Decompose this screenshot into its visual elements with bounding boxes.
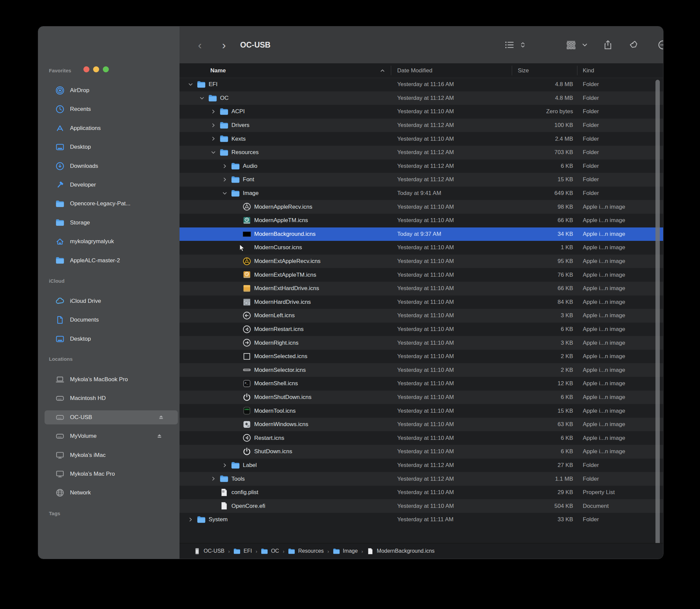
file-row[interactable]: ModernCursor.icnsYesterday at 11:10 AM1 …: [179, 241, 663, 255]
file-row[interactable]: ModernWindows.icnsYesterday at 11:10 AM6…: [179, 418, 663, 432]
file-row[interactable]: EFIYesterday at 11:16 AM4.8 MBFolder: [179, 78, 663, 91]
file-row[interactable]: ModernExtHardDrive.icnsYesterday at 11:1…: [179, 282, 663, 295]
tag-icon[interactable]: [628, 27, 640, 63]
file-row[interactable]: ResourcesYesterday at 11:12 AM703 KBFold…: [179, 146, 663, 159]
file-row[interactable]: OpenCore.efiYesterday at 11:10 AM504 KBD…: [179, 499, 663, 513]
sidebar-item-desktop[interactable]: Desktop: [43, 140, 176, 154]
path-segment[interactable]: ModernBackground.icns: [367, 548, 435, 555]
sidebar-item-airdrop[interactable]: AirDrop: [43, 83, 176, 98]
file-row[interactable]: LabelYesterday at 11:12 AM27 KBFolder: [179, 458, 663, 472]
svg-text:>_: >_: [245, 381, 248, 385]
vertical-scrollbar[interactable]: [655, 80, 660, 548]
file-row[interactable]: OCYesterday at 11:12 AM4.8 MBFolder: [179, 91, 663, 105]
file-row[interactable]: >_ModernShell.icnsYesterday at 11:10 AM1…: [179, 377, 663, 390]
sidebar-item-applications[interactable]: Applications: [43, 121, 176, 135]
file-row[interactable]: Restart.icnsYesterday at 11:10 AM6 KBApp…: [179, 431, 663, 445]
column-header-name[interactable]: Name: [210, 63, 226, 78]
back-button[interactable]: ‹: [198, 27, 202, 63]
path-segment[interactable]: OC: [261, 548, 279, 555]
file-row[interactable]: ShutDown.icnsYesterday at 11:10 AM6 KBAp…: [179, 445, 663, 458]
sidebar-item-mykola-s-macbook-pro[interactable]: Mykola’s MacBook Pro: [43, 372, 176, 386]
sidebar-item-opencore-legacy-pat-[interactable]: Opencore-Legacy-Pat...: [43, 197, 176, 211]
file-row[interactable]: ModernAppleTM.icnsYesterday at 11:10 AM6…: [179, 214, 663, 227]
sidebar-item-mykola-s-mac-pro[interactable]: Mykola’s Mac Pro: [43, 467, 176, 481]
file-row[interactable]: ModernRestart.icnsYesterday at 11:10 AM6…: [179, 323, 663, 336]
file-row[interactable]: ImageToday at 9:41 AM649 KBFolder: [179, 187, 663, 200]
sidebar-item-oc-usb[interactable]: OC-USB: [45, 410, 178, 424]
forward-button[interactable]: ›: [222, 27, 226, 63]
file-row[interactable]: ModernSelector.icnsYesterday at 11:10 AM…: [179, 363, 663, 377]
file-row[interactable]: EXECModernTool.icnsYesterday at 11:10 AM…: [179, 404, 663, 418]
sidebar-item-desktop[interactable]: Desktop: [43, 332, 176, 346]
file-row[interactable]: config.plistYesterday at 11:10 AM29 KBPr…: [179, 486, 663, 500]
column-divider[interactable]: [391, 66, 391, 75]
sidebar-item-icloud-drive[interactable]: iCloud Drive: [43, 294, 176, 308]
sidebar-item-mykola-s-imac[interactable]: Mykola’s iMac: [43, 448, 176, 462]
sidebar-item-myvolume[interactable]: MyVolume: [43, 429, 176, 443]
path-segment[interactable]: OC-USB: [194, 548, 224, 555]
file-row[interactable]: ACPIYesterday at 11:10 AMZero bytesFolde…: [179, 105, 663, 119]
disclosure-closed-icon[interactable]: [211, 136, 216, 141]
disclosure-closed-icon[interactable]: [211, 123, 216, 128]
file-row[interactable]: ModernExtAppleRecv.icnsYesterday at 11:1…: [179, 255, 663, 268]
sidebar-item-network[interactable]: Network: [43, 486, 176, 500]
file-row[interactable]: ModernBackground.icnsToday at 9:37 AM34 …: [179, 227, 663, 241]
column-header-date[interactable]: Date Modified: [397, 63, 432, 78]
sort-chevrons-icon[interactable]: [519, 27, 527, 63]
chevron-down-icon[interactable]: [581, 27, 589, 63]
group-view-icon[interactable]: [565, 27, 577, 63]
file-row[interactable]: DriversYesterday at 11:12 AM100 KBFolder: [179, 119, 663, 132]
sidebar-item-applealc-master-2[interactable]: AppleALC-master-2: [43, 254, 176, 268]
list-view-icon[interactable]: [504, 27, 515, 63]
close-button[interactable]: [83, 66, 89, 72]
zoom-button[interactable]: [103, 66, 109, 72]
minimize-button[interactable]: [93, 66, 99, 72]
file-row[interactable]: KextsYesterday at 11:10 AM2.4 MBFolder: [179, 132, 663, 146]
sidebar-item-documents[interactable]: Documents: [43, 313, 176, 327]
file-row[interactable]: ModernRight.icnsYesterday at 11:10 AM3 K…: [179, 336, 663, 350]
sidebar-item-downloads[interactable]: Downloads: [43, 159, 176, 173]
file-row[interactable]: ModernHardDrive.icnsYesterday at 11:10 A…: [179, 295, 663, 309]
path-segment[interactable]: Resources: [288, 548, 323, 555]
file-row[interactable]: AudioYesterday at 11:12 AM6 KBFolder: [179, 159, 663, 173]
file-row[interactable]: ToolsYesterday at 11:12 AM1.1 MBFolder: [179, 472, 663, 486]
sidebar-item-recents[interactable]: Recents: [43, 102, 176, 116]
file-size: 1.1 MB: [506, 472, 573, 486]
file-row[interactable]: FontYesterday at 11:12 AM15 KBFolder: [179, 173, 663, 187]
file-row[interactable]: SystemYesterday at 11:11 AM33 KBFolder: [179, 513, 663, 527]
disclosure-closed-icon[interactable]: [211, 109, 216, 114]
column-header-size[interactable]: Size: [518, 63, 529, 78]
disclosure-open-icon[interactable]: [188, 82, 193, 87]
disclosure-open-icon[interactable]: [222, 191, 227, 196]
sidebar-item-macintosh-hd[interactable]: Macintosh HD: [43, 391, 176, 405]
disclosure-closed-icon[interactable]: [211, 476, 216, 481]
column-header-kind[interactable]: Kind: [583, 63, 594, 78]
eject-icon[interactable]: [156, 433, 163, 439]
file-name: OC: [220, 91, 229, 105]
disclosure-closed-icon[interactable]: [222, 177, 227, 182]
disclosure-closed-icon[interactable]: [222, 163, 227, 169]
sidebar-item-mykolagrymalyuk[interactable]: mykolagrymalyuk: [43, 234, 176, 248]
sidebar-item-label: Developer: [70, 181, 96, 188]
path-segment[interactable]: EFI: [233, 548, 252, 555]
column-divider[interactable]: [577, 66, 577, 75]
disclosure-closed-icon[interactable]: [188, 517, 193, 522]
column-divider[interactable]: [512, 66, 512, 75]
disclosure-open-icon[interactable]: [211, 150, 216, 155]
eject-icon[interactable]: [158, 414, 164, 421]
file-row[interactable]: ModernLeft.icnsYesterday at 11:10 AM3 KB…: [179, 309, 663, 323]
file-row[interactable]: ModernExtAppleTM.icnsYesterday at 11:10 …: [179, 268, 663, 282]
file-row[interactable]: ModernShutDown.icnsYesterday at 11:10 AM…: [179, 390, 663, 404]
file-size: 4.8 MB: [506, 91, 573, 105]
file-row[interactable]: ModernAppleRecv.icnsYesterday at 11:10 A…: [179, 200, 663, 214]
disclosure-open-icon[interactable]: [199, 95, 205, 101]
disclosure-closed-icon[interactable]: [222, 463, 227, 468]
path-segment[interactable]: Image: [333, 548, 358, 555]
sidebar-item-storage[interactable]: Storage: [43, 216, 176, 230]
sidebar-item-developer[interactable]: Developer: [43, 178, 176, 192]
file-size: Zero bytes: [506, 105, 573, 119]
ellipsis-circle-icon[interactable]: [657, 27, 664, 63]
share-icon[interactable]: [602, 27, 614, 63]
file-row[interactable]: ModernSelected.icnsYesterday at 11:10 AM…: [179, 350, 663, 363]
file-name: ShutDown.icns: [254, 445, 292, 458]
